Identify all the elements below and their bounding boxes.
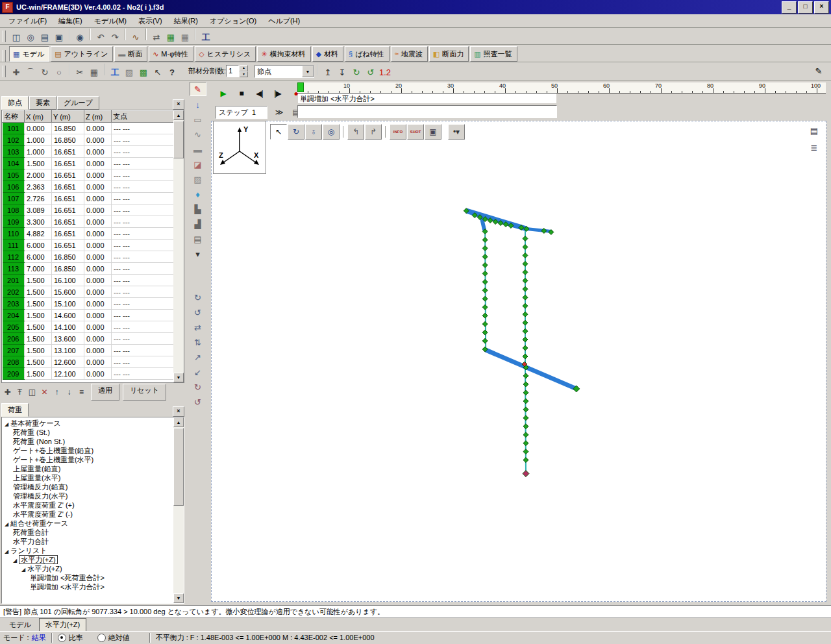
- node-value-cell[interactable]: 0.000: [84, 158, 112, 169]
- step-back-button[interactable]: ◀|: [252, 87, 267, 99]
- insert-row-icon[interactable]: Ŧ: [14, 387, 26, 398]
- node-dot-icon[interactable]: ○: [52, 66, 66, 79]
- move-down-icon[interactable]: ↓: [63, 387, 75, 398]
- tree-item[interactable]: 死荷重 (St.): [2, 428, 173, 437]
- node-value-cell[interactable]: 16.651: [52, 158, 84, 169]
- node-value-cell[interactable]: 16.850: [52, 123, 84, 134]
- sheet-tab-horizontal-force[interactable]: 水平力(+Z): [39, 618, 86, 632]
- node-value-cell[interactable]: 1.500: [25, 298, 52, 310]
- print-icon[interactable]: ▤: [38, 31, 52, 43]
- node-value-cell[interactable]: 2.726: [25, 193, 52, 204]
- table-green-icon[interactable]: ▦: [164, 31, 178, 43]
- add-row-icon[interactable]: ✚: [1, 387, 14, 398]
- node-value-cell[interactable]: --- ---: [112, 216, 174, 228]
- flip-v-icon[interactable]: ⇅: [190, 336, 206, 349]
- menu-item[interactable]: 結果(R): [168, 14, 204, 28]
- scroll-thumb[interactable]: [173, 121, 184, 158]
- undo-icon[interactable]: ↶: [93, 31, 108, 43]
- chart-bars-icon[interactable]: ▙: [190, 203, 206, 216]
- mesh-green-icon[interactable]: ▩: [136, 66, 151, 79]
- tree-expander-icon[interactable]: ◢: [5, 420, 8, 429]
- node-value-cell[interactable]: 1.000: [25, 146, 52, 158]
- tab-m-phi[interactable]: ∿M-φ特性: [149, 46, 193, 62]
- tree-expander-icon[interactable]: ◢: [5, 547, 8, 556]
- shape-rect-icon[interactable]: ▭: [190, 113, 206, 126]
- anchor-button[interactable]: ♁: [305, 124, 322, 140]
- table-row[interactable]: 2071.50013.1000.000--- ---: [3, 345, 174, 356]
- combo-dropdown-icon[interactable]: ▼: [302, 66, 314, 77]
- tab-check-list[interactable]: ▥照査一覧: [470, 46, 517, 62]
- tab-section-force[interactable]: ◧断面力: [429, 46, 469, 62]
- node-value-cell[interactable]: 14.600: [52, 310, 84, 321]
- node-value-cell[interactable]: 16.651: [52, 240, 84, 251]
- move-up-icon[interactable]: ↑: [51, 387, 63, 398]
- scroll-up-icon[interactable]: ▲: [173, 110, 184, 120]
- rotate-icon[interactable]: ↻: [38, 66, 52, 79]
- table-row[interactable]: 1093.30016.6510.000--- ---: [3, 216, 174, 228]
- node-value-cell[interactable]: --- ---: [112, 228, 174, 240]
- node-value-cell[interactable]: 14.100: [52, 321, 84, 333]
- toolbar-grip[interactable]: [3, 50, 6, 62]
- table-scrollbar[interactable]: ▲ ▼: [173, 110, 184, 382]
- node-value-cell[interactable]: 0.000: [84, 263, 112, 275]
- refresh-cw-icon[interactable]: ↻: [349, 66, 364, 79]
- filter-icon[interactable]: ≡: [75, 387, 88, 398]
- toolbar-grip[interactable]: [3, 31, 6, 42]
- model-window-icon[interactable]: ◫: [9, 31, 23, 43]
- node-id-cell[interactable]: 111: [3, 240, 25, 251]
- refresh-ccw-icon[interactable]: ↺: [364, 66, 378, 79]
- node-value-cell[interactable]: 3.089: [25, 204, 52, 216]
- node-value-cell[interactable]: --- ---: [112, 333, 174, 345]
- tree-item[interactable]: 上屋重量(鉛直): [2, 464, 173, 473]
- col-support[interactable]: 支点: [112, 111, 174, 123]
- divide-count-spinner[interactable]: ▲▼: [240, 65, 248, 77]
- node-value-cell[interactable]: 0.000: [84, 240, 112, 251]
- node-value-cell[interactable]: 12.100: [52, 368, 84, 380]
- transfer-icon[interactable]: ⇄: [149, 31, 164, 43]
- table-row[interactable]: 1031.00016.6510.000--- ---: [3, 146, 174, 158]
- table-row[interactable]: 1010.00016.8500.000--- ---: [3, 123, 174, 134]
- node-value-cell[interactable]: 7.000: [25, 263, 52, 275]
- node-value-cell[interactable]: 0.000: [84, 216, 112, 228]
- tab-model[interactable]: ▦モデル: [9, 46, 49, 62]
- tree-item[interactable]: 管理橋反力(鉛直): [2, 482, 173, 491]
- hatch-icon[interactable]: ▨: [122, 66, 136, 79]
- node-id-cell[interactable]: 102: [3, 134, 25, 146]
- tab-seismic-wave[interactable]: ≈地震波: [391, 46, 428, 62]
- spin-down-icon[interactable]: ▼: [240, 71, 248, 78]
- node-value-cell[interactable]: 16.651: [52, 228, 84, 240]
- node-value-cell[interactable]: --- ---: [112, 356, 174, 368]
- snapshot-print-button[interactable]: ▣: [425, 124, 441, 140]
- node-id-cell[interactable]: 110: [3, 228, 25, 240]
- node-value-cell[interactable]: 1.500: [25, 286, 52, 298]
- table-row[interactable]: 2081.50012.6000.000--- ---: [3, 356, 174, 368]
- node-value-cell[interactable]: 1.500: [25, 310, 52, 321]
- node-value-cell[interactable]: 0.000: [84, 146, 112, 158]
- step-forward-button[interactable]: |▶: [270, 87, 285, 99]
- menu-item[interactable]: ファイル(F): [3, 14, 53, 28]
- col-name[interactable]: 名称: [3, 111, 25, 123]
- node-value-cell[interactable]: --- ---: [112, 181, 174, 193]
- node-value-cell[interactable]: 0.000: [84, 298, 112, 310]
- node-value-cell[interactable]: 16.100: [52, 275, 84, 286]
- node-value-cell[interactable]: --- ---: [112, 193, 174, 204]
- table-row[interactable]: 1072.72616.6510.000--- ---: [3, 193, 174, 204]
- node-id-cell[interactable]: 209: [3, 368, 25, 380]
- water-icon[interactable]: ♦: [190, 188, 206, 201]
- node-value-cell[interactable]: 1.500: [25, 333, 52, 345]
- node-value-cell[interactable]: 16.850: [52, 134, 84, 146]
- reset-button[interactable]: リセット: [123, 384, 166, 401]
- table-gray-icon[interactable]: ▦: [178, 31, 192, 43]
- node-value-cell[interactable]: 2.000: [25, 169, 52, 181]
- node-value-cell[interactable]: 0.000: [84, 275, 112, 286]
- tree-item[interactable]: 上屋重量(水平): [2, 473, 173, 482]
- entity-combo[interactable]: 節点 ▼: [254, 65, 314, 78]
- info-button[interactable]: INFO: [390, 124, 406, 140]
- node-id-cell[interactable]: 104: [3, 158, 25, 169]
- node-id-cell[interactable]: 107: [3, 193, 25, 204]
- tree-item[interactable]: 水平震度荷重 Z' (-): [2, 510, 173, 519]
- table-row[interactable]: 1041.50016.6510.000--- ---: [3, 158, 174, 169]
- table-row[interactable]: 1083.08916.6510.000--- ---: [3, 204, 174, 216]
- node-value-cell[interactable]: 0.000: [84, 134, 112, 146]
- import-down-icon[interactable]: ↧: [335, 66, 349, 79]
